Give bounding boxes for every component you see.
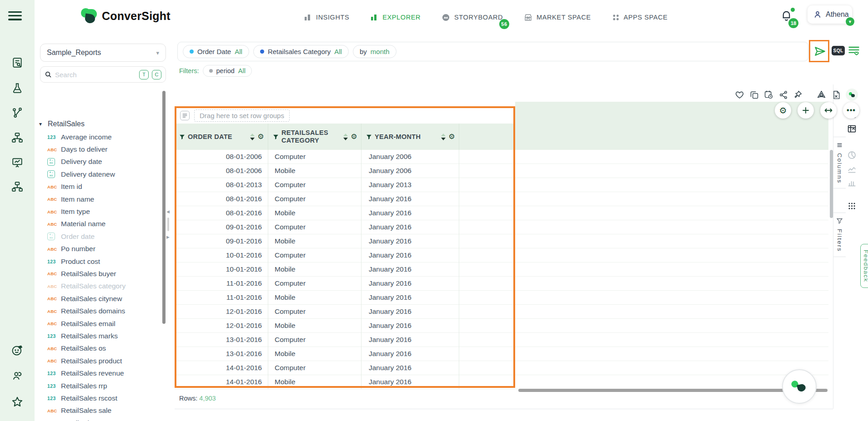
brand-logo[interactable]: ConverSight bbox=[81, 7, 171, 25]
report-audit-icon[interactable] bbox=[11, 57, 23, 70]
field-list-item[interactable]: 123ABC RetailSales domains bbox=[35, 305, 172, 317]
column-header-retailsales-category[interactable]: RETAILSALES CATEGORY ⚙ bbox=[268, 124, 361, 150]
nav-apps-space[interactable]: APPS SPACE bbox=[612, 14, 668, 21]
table-row[interactable]: 10-01-2016 Mobile January 2016 bbox=[175, 263, 828, 277]
athena-assistant-icon[interactable] bbox=[846, 89, 858, 101]
field-list-item[interactable]: 123ABC RetailSales email bbox=[35, 317, 172, 330]
field-list-item[interactable]: 123ABC RetailSales os bbox=[35, 342, 172, 355]
nav-market-space[interactable]: MARKET SPACE bbox=[524, 13, 591, 22]
export-pdf-icon[interactable] bbox=[817, 90, 826, 99]
pivot-view-icon[interactable] bbox=[847, 124, 857, 134]
filter-tables-button[interactable]: T bbox=[139, 70, 149, 79]
query-pill-retailsales-category[interactable]: Retailsales Category All bbox=[253, 45, 349, 58]
sql-view-button[interactable]: SQL bbox=[832, 46, 845, 55]
column-header-order-date[interactable]: ORDER DATE ⚙ bbox=[175, 124, 268, 150]
query-bar[interactable]: Order Date All Retailsales Category All … bbox=[177, 42, 808, 61]
table-row[interactable]: 09-01-2016 Computer January 2016 bbox=[175, 220, 828, 234]
field-list-item[interactable]: 123ABC Material name bbox=[35, 218, 172, 230]
field-list-item[interactable]: 123ABC RetailSales marks bbox=[35, 330, 172, 342]
grid-horizontal-scrollbar[interactable] bbox=[518, 389, 828, 392]
tab-columns[interactable]: Columns bbox=[833, 137, 846, 188]
field-list-item[interactable]: 123ABC RetailSales rscost bbox=[35, 392, 172, 404]
field-list-item[interactable]: 123ABC Item name bbox=[35, 193, 172, 205]
field-list-item[interactable]: 123ABC RetailSales category bbox=[35, 280, 172, 292]
sort-icon[interactable] bbox=[441, 134, 446, 140]
lab-flask-icon[interactable] bbox=[11, 82, 23, 96]
academy-icon[interactable] bbox=[11, 344, 24, 358]
column-header-year-month[interactable]: YEAR-MONTH ⚙ bbox=[361, 124, 459, 150]
nav-explorer[interactable]: EXPLORER bbox=[370, 13, 421, 21]
add-column-icon[interactable] bbox=[798, 102, 814, 119]
field-list-item[interactable]: 123ABC Days to deliver bbox=[35, 143, 172, 155]
presentation-chart-icon[interactable] bbox=[11, 157, 23, 170]
pie-chart-icon[interactable] bbox=[847, 150, 857, 160]
search-input[interactable] bbox=[55, 71, 136, 79]
saved-queries-icon[interactable] bbox=[848, 44, 860, 57]
filter-funnel-icon[interactable] bbox=[366, 134, 372, 140]
share-icon[interactable] bbox=[778, 90, 788, 99]
field-list-item[interactable]: 123ABC RetailSales citynew bbox=[35, 292, 172, 305]
dataset-selector[interactable]: Sample_Reports ▾ bbox=[40, 44, 166, 62]
column-gear-icon[interactable]: ⚙ bbox=[257, 133, 264, 140]
field-list-item[interactable]: 123ABC RetailSales revenue bbox=[35, 367, 172, 379]
table-row[interactable]: 12-01-2016 Mobile January 2016 bbox=[175, 319, 828, 333]
field-list-item[interactable]: 123ABC Delivery datenew bbox=[35, 168, 172, 180]
apps-dots-grid-icon[interactable] bbox=[847, 201, 857, 211]
filter-columns-button[interactable]: C bbox=[152, 70, 161, 79]
field-list-item[interactable]: 123ABC Product cost bbox=[35, 255, 172, 267]
query-pill-order-date[interactable]: Order Date All bbox=[183, 45, 249, 58]
user-menu[interactable]: Athena ▼ bbox=[808, 5, 852, 24]
grid-settings-gear-icon[interactable]: ⚙ bbox=[775, 102, 791, 119]
table-row[interactable]: 12-01-2016 Computer January 2016 bbox=[175, 305, 828, 319]
table-row[interactable]: 13-01-2016 Computer January 2016 bbox=[175, 333, 828, 347]
nav-insights[interactable]: INSIGHTS bbox=[304, 13, 349, 21]
tab-filters[interactable]: Filters bbox=[833, 213, 846, 257]
org-chart-icon[interactable] bbox=[11, 181, 23, 194]
table-row[interactable]: 14-01-2016 Computer January 2016 bbox=[175, 361, 828, 375]
table-row[interactable]: 10-01-2016 Computer January 2016 bbox=[175, 248, 828, 263]
field-panel-hscroll[interactable]: ◀ ▶ bbox=[166, 209, 171, 277]
notifications-bell-icon[interactable]: 18 bbox=[780, 9, 794, 24]
field-list-item[interactable]: 123ABC Average income bbox=[35, 131, 172, 143]
table-row[interactable]: 11-01-2016 Mobile January 2016 bbox=[175, 291, 828, 305]
field-list-item[interactable]: 123ABC Po number bbox=[35, 243, 172, 255]
table-row[interactable]: 11-01-2016 Computer January 2016 bbox=[175, 277, 828, 291]
grid-vertical-scrollbar[interactable] bbox=[830, 150, 833, 218]
feedback-button[interactable]: Feedback bbox=[860, 244, 868, 288]
copy-icon[interactable] bbox=[749, 90, 759, 99]
filter-funnel-icon[interactable] bbox=[179, 134, 185, 140]
table-row[interactable]: 08-01-2016 Mobile January 2016 bbox=[175, 206, 828, 220]
nav-storyboard[interactable]: STORYBOARD 56 bbox=[442, 13, 503, 22]
field-list-item[interactable]: 123ABC Item id bbox=[35, 181, 172, 193]
run-query-button[interactable] bbox=[812, 43, 828, 59]
field-list-item[interactable]: 123ABC RetailSales rrp bbox=[35, 380, 172, 392]
field-list-item[interactable]: 123ABC Delivery date bbox=[35, 156, 172, 168]
users-icon[interactable] bbox=[11, 370, 23, 384]
hamburger-menu-icon[interactable] bbox=[8, 9, 22, 20]
more-options-icon[interactable]: ••• bbox=[843, 102, 859, 119]
table-row[interactable]: 08-01-2016 Computer January 2016 bbox=[175, 192, 828, 206]
schedule-icon[interactable] bbox=[764, 90, 773, 99]
column-gear-icon[interactable]: ⚙ bbox=[448, 133, 455, 140]
row-groups-dropzone[interactable]: Drag here to set row groups bbox=[175, 108, 828, 124]
table-row[interactable]: 08-01-2013 Computer January 2013 bbox=[175, 178, 828, 192]
favorite-heart-icon[interactable] bbox=[735, 90, 744, 99]
field-list-item[interactable]: 123ABC RetailSales buyer bbox=[35, 267, 172, 280]
field-panel-scrollbar[interactable] bbox=[162, 91, 166, 324]
field-list-item[interactable]: 123ABC RetailSales state bbox=[35, 417, 172, 421]
scroll-left-arrow-icon[interactable]: ◀ bbox=[166, 209, 170, 214]
scroll-right-arrow-icon[interactable]: ▶ bbox=[166, 235, 170, 239]
pin-icon[interactable] bbox=[793, 90, 803, 99]
table-row[interactable]: 08-01-2006 Mobile January 2006 bbox=[175, 164, 828, 178]
favorites-star-icon[interactable] bbox=[11, 396, 24, 410]
filter-pill-period[interactable]: period All bbox=[203, 65, 252, 77]
table-row[interactable]: 09-01-2016 Mobile January 2016 bbox=[175, 234, 828, 248]
resize-columns-icon[interactable] bbox=[820, 102, 837, 119]
bar-chart-icon[interactable] bbox=[847, 177, 857, 187]
table-row[interactable]: 08-01-2006 Computer January 2006 bbox=[175, 150, 828, 164]
table-row[interactable]: 13-01-2016 Mobile January 2016 bbox=[175, 347, 828, 361]
field-list-item[interactable]: 123ABC Item type bbox=[35, 205, 172, 218]
tree-group-retailsales[interactable]: ▾ RetailSales bbox=[39, 120, 85, 128]
field-list-item[interactable]: 123ABC RetailSales sale bbox=[35, 405, 172, 417]
workflow-branch-icon[interactable] bbox=[11, 107, 23, 120]
